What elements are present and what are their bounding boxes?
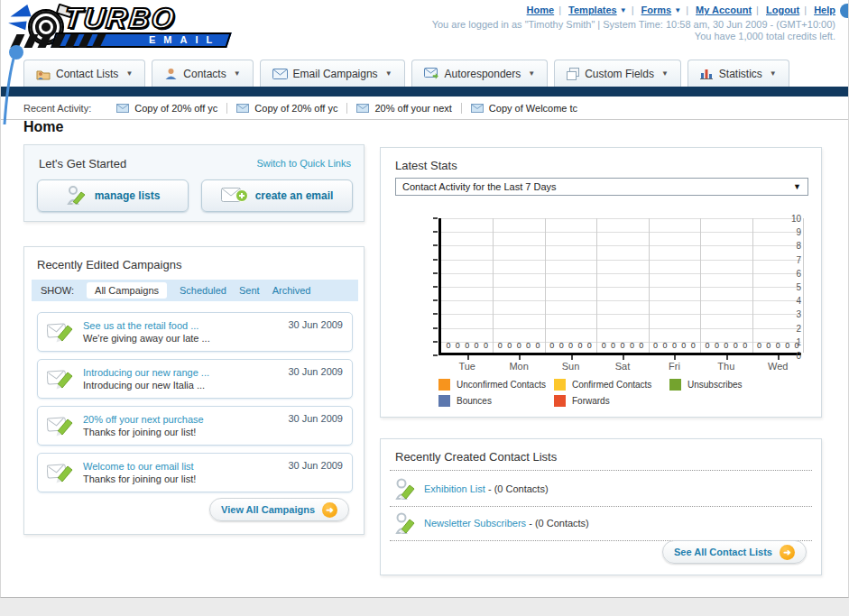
filter-scheduled[interactable]: Scheduled xyxy=(180,285,226,296)
legend-swatch xyxy=(554,395,566,407)
get-started-title: Let's Get Started xyxy=(39,157,126,170)
legend-label: Unconfirmed Contacts xyxy=(457,380,546,390)
bar-value-label: 0 xyxy=(559,341,564,350)
contact-lists-panel: Recently Created Contact Lists Exhibitio… xyxy=(380,438,822,575)
chevron-down-icon: ▼ xyxy=(793,182,801,191)
bar-value-label: 0 xyxy=(577,341,582,350)
campaign-list: See us at the retail food ...We're givin… xyxy=(37,312,353,500)
recent-activity-item[interactable]: Copy of 20% off yc xyxy=(227,103,347,114)
stats-period-select[interactable]: Contact Activity for the Last 7 Days ▼ xyxy=(395,178,808,196)
tab-statistics[interactable]: Statistics▼ xyxy=(688,60,789,87)
bar-value-label: 0 xyxy=(446,341,450,350)
recent-activity-item[interactable]: Copy of Welcome tc xyxy=(462,103,586,114)
arrow-right-icon: ➜ xyxy=(322,502,337,518)
top-link-home[interactable]: Home xyxy=(527,5,555,15)
bar-value-label: 0 xyxy=(724,341,728,350)
campaign-date: 30 Jun 2009 xyxy=(288,319,343,330)
top-link-logout[interactable]: Logout xyxy=(766,5,799,15)
x-tick xyxy=(674,355,676,360)
top-link-templates[interactable]: Templates xyxy=(568,5,617,15)
bar-value-label: 0 xyxy=(663,341,668,350)
gridline xyxy=(441,300,801,301)
chevron-down-icon: ▼ xyxy=(234,69,241,78)
campaign-title-link[interactable]: Introducing our new range ... xyxy=(83,366,209,379)
chevron-down-icon: ▼ xyxy=(770,69,777,78)
contact-activity-chart: 00000Tue00000Mon00000Sun00000Sat00000Fri… xyxy=(397,213,810,377)
y-axis-label: 9 xyxy=(796,227,801,237)
tab-custom-fields[interactable]: Custom Fields▼ xyxy=(554,60,681,87)
x-axis-label: Sun xyxy=(545,361,596,372)
flame-icon xyxy=(7,19,26,31)
help-balloon-icon[interactable] xyxy=(840,4,849,18)
recent-activity-item[interactable]: 20% off your next xyxy=(347,103,461,114)
y-tick xyxy=(433,354,438,356)
campaign-subtitle: We're giving away our late ... xyxy=(83,332,210,345)
contact-lists-title: Recently Created Contact Lists xyxy=(395,450,557,464)
top-link-my-account[interactable]: My Account xyxy=(696,5,752,15)
campaign-filter-bar: SHOW: All Campaigns Scheduled Sent Archi… xyxy=(32,280,358,301)
footer-strip xyxy=(0,598,849,616)
campaign-row: See us at the retail food ...We're givin… xyxy=(37,312,353,352)
bar-value-label: 0 xyxy=(611,341,615,350)
campaign-title-link[interactable]: See us at the retail food ... xyxy=(83,319,210,332)
tab-autoresponders[interactable]: Autoresponders▼ xyxy=(411,60,549,87)
chevron-down-icon: ▼ xyxy=(385,69,392,78)
campaign-subtitle: Thanks for joining our list! xyxy=(83,473,196,485)
legend-label: Forwards xyxy=(572,396,610,406)
manage-lists-button[interactable]: manage lists xyxy=(37,179,189,212)
campaign-title-link[interactable]: Welcome to our email list xyxy=(83,460,196,473)
campaigns-panel: Recently Edited Campaigns SHOW: All Camp… xyxy=(23,246,365,535)
gridline xyxy=(803,218,804,353)
filter-sent[interactable]: Sent xyxy=(239,285,260,296)
contact-list-link[interactable]: Newsletter Subscribers xyxy=(424,518,526,529)
create-email-button[interactable]: create an email xyxy=(201,179,353,212)
switch-quick-links-link[interactable]: Switch to Quick Links xyxy=(256,158,351,169)
bar-value-label: 0 xyxy=(766,341,771,350)
x-axis-label: Mon xyxy=(493,361,544,372)
tab-contact-lists[interactable]: Contact Lists▼ xyxy=(23,60,145,87)
x-axis-label: Sat xyxy=(596,361,648,372)
x-axis-label: Fri xyxy=(649,361,700,372)
gridline xyxy=(441,260,801,261)
view-all-campaigns-button[interactable]: View All Campaigns ➜ xyxy=(209,498,349,521)
tab-contacts[interactable]: Contacts▼ xyxy=(152,60,253,87)
filter-archived[interactable]: Archived xyxy=(272,285,311,296)
campaign-row: Welcome to our email listThanks for join… xyxy=(37,453,353,492)
campaign-date: 30 Jun 2009 xyxy=(288,460,343,471)
chart-plot-area: 00000Tue00000Mon00000Sun00000Sat00000Fri… xyxy=(438,218,801,355)
tab-email-campaigns[interactable]: Email Campaigns▼ xyxy=(260,60,405,87)
legend-label: Bounces xyxy=(457,396,492,406)
list-pencil-icon xyxy=(66,185,88,207)
campaign-row: Introducing our new range ...Introducing… xyxy=(37,359,353,399)
see-all-contact-lists-button[interactable]: See All Contact Lists ➜ xyxy=(662,540,807,564)
filter-all-campaigns[interactable]: All Campaigns xyxy=(87,282,167,299)
gridline xyxy=(441,314,801,315)
campaign-row: 20% off your next purchaseThanks for joi… xyxy=(37,406,353,446)
envelope-arrow-icon xyxy=(424,68,439,79)
campaign-title-link[interactable]: 20% off your next purchase xyxy=(83,413,204,426)
balloon-decoration xyxy=(1,43,37,126)
bar-value-label: 0 xyxy=(465,341,469,350)
contact-list-item: Exhibition List - (0 Contacts) xyxy=(395,477,549,501)
legend-label: Confirmed Contacts xyxy=(572,380,651,390)
contact-list-link[interactable]: Exhibition List xyxy=(424,483,485,494)
x-tick xyxy=(726,355,728,360)
campaign-subtitle: Introducing our new Italia ... xyxy=(83,379,209,391)
envelope-icon xyxy=(116,104,129,113)
legend-label: Unsubscribes xyxy=(688,380,743,390)
legend-item: Unsubscribes xyxy=(669,379,785,391)
recent-activity-item[interactable]: Copy of 20% off yc xyxy=(107,103,227,114)
top-link-forms[interactable]: Forms xyxy=(641,5,672,15)
folder-user-icon xyxy=(36,68,51,80)
y-axis-label: 1 xyxy=(796,336,801,346)
envelope-plus-icon xyxy=(221,186,248,206)
login-status: You are logged in as "Timothy Smith" | S… xyxy=(432,19,835,30)
top-link-help[interactable]: Help xyxy=(814,5,835,15)
envelope-icon xyxy=(356,104,369,113)
y-axis-label: 10 xyxy=(791,214,801,224)
chart-icon xyxy=(700,68,714,79)
gridline xyxy=(596,218,597,353)
contact-list-count: - (0 Contacts) xyxy=(529,518,589,529)
get-started-panel: Let's Get Started Switch to Quick Links … xyxy=(23,144,365,222)
bar-value-label: 0 xyxy=(587,341,592,350)
